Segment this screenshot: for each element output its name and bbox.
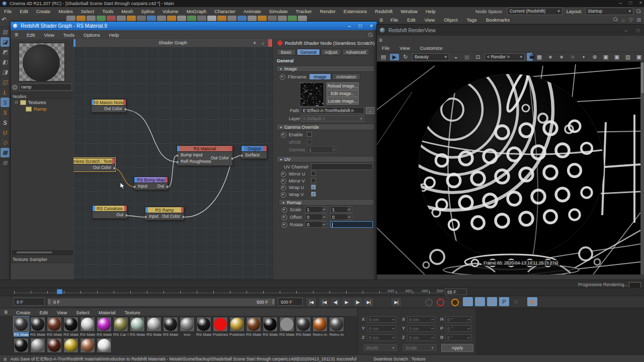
magnet-icon[interactable]: U bbox=[1, 128, 10, 137]
navigate-icon[interactable]: + bbox=[253, 39, 256, 47]
node-search-input[interactable]: ramp bbox=[19, 83, 72, 90]
frame-spinner[interactable]: 65 F bbox=[445, 289, 467, 295]
autokey-button[interactable] bbox=[451, 299, 459, 306]
rotate-focused-input[interactable] bbox=[330, 221, 373, 228]
crop-icon[interactable]: ⊡ bbox=[473, 54, 482, 60]
uv-section-bar[interactable]: ▼UV bbox=[276, 156, 375, 162]
enable-anim-dot[interactable] bbox=[281, 132, 286, 138]
port-input[interactable] bbox=[144, 215, 147, 219]
tab-advanced[interactable]: Advanced bbox=[342, 49, 369, 55]
material-thumb-rs-car-p[interactable]: RS Car P bbox=[113, 317, 128, 337]
coord-field[interactable]: 0 cm▴▾ bbox=[407, 316, 435, 323]
menu-file[interactable]: File bbox=[0, 9, 16, 14]
om-menu-object[interactable]: Object bbox=[439, 17, 462, 23]
scale-x-spinner[interactable]: 1▴▾ bbox=[305, 206, 327, 213]
pv-icon[interactable]: ▥ bbox=[623, 54, 632, 60]
apply-button[interactable]: Apply bbox=[441, 344, 473, 352]
material-thumb-untitled[interactable] bbox=[30, 338, 45, 353]
key-scale-toggle[interactable]: □ bbox=[475, 297, 485, 306]
offset-x-spinner[interactable]: 0▴▾ bbox=[305, 214, 327, 220]
hamburger-icon[interactable]: ≡ bbox=[11, 31, 22, 38]
node-bump-map[interactable]: RS Bump Map InputOut bbox=[134, 176, 168, 190]
om-menu-bookmarks[interactable]: Bookmarks bbox=[481, 17, 515, 23]
scale-y-spinner[interactable]: 1▴▾ bbox=[330, 206, 352, 213]
key-pla-toggle[interactable]: ∷ bbox=[511, 297, 521, 306]
menu-render[interactable]: Render bbox=[316, 9, 340, 14]
menu-simulate[interactable]: Simulate bbox=[265, 9, 292, 14]
shader-graph-titlebar[interactable]: Redshift Shader Graph - RS Material.9 – … bbox=[11, 22, 377, 30]
coord-field[interactable]: 0 cm▴▾ bbox=[367, 316, 396, 323]
sphere-white-icon[interactable]: S bbox=[1, 118, 10, 127]
material-thumb-retro-m[interactable]: Retro m bbox=[329, 317, 344, 337]
record-button[interactable] bbox=[437, 299, 444, 306]
goto-start-button[interactable]: |◀ bbox=[305, 297, 317, 307]
menu-edit[interactable]: Edit bbox=[16, 9, 32, 14]
om-search-icon[interactable] bbox=[613, 17, 618, 22]
menu-spline[interactable]: Spline bbox=[137, 9, 158, 14]
rv-maximize-button[interactable]: □ bbox=[636, 28, 639, 33]
material-thumb-untitled[interactable] bbox=[14, 338, 29, 353]
menu-help[interactable]: Help bbox=[422, 9, 440, 14]
add-box-icon[interactable]: ⊞ bbox=[637, 17, 641, 23]
om-menu-file[interactable]: File bbox=[386, 17, 403, 23]
material-thumb-untitled[interactable] bbox=[80, 338, 95, 353]
mat-menu-create[interactable]: Create bbox=[12, 310, 35, 315]
rv-menu-file[interactable]: File bbox=[377, 45, 394, 51]
wrap-v-checkbox[interactable]: ✓ bbox=[311, 192, 316, 197]
graph-canvas[interactable]: RS Maxon Noise Out Color Seamless Scratc… bbox=[73, 47, 272, 281]
node-output[interactable]: Output Surface bbox=[241, 145, 267, 159]
tab-basic[interactable]: Basic bbox=[277, 49, 296, 55]
menu-character[interactable]: Character bbox=[210, 9, 239, 14]
node-space-dropdown[interactable]: ▾Current (Redshift) bbox=[507, 8, 562, 15]
end-frame-spinner[interactable]: 500 F bbox=[278, 298, 303, 306]
tree-item-ramp[interactable]: Ramp bbox=[26, 106, 46, 112]
image-add-icon[interactable]: ▣ bbox=[612, 54, 621, 60]
mirror-u-checkbox[interactable] bbox=[311, 171, 316, 176]
menu-redshift[interactable]: Redshift bbox=[371, 9, 396, 14]
remap-section-bar[interactable]: ▼Remap bbox=[279, 199, 374, 206]
coord-field[interactable]: 0 cm▴▾ bbox=[407, 325, 435, 332]
path-input[interactable]: E:\Effect-A-Tron\Redshift n bbox=[301, 107, 364, 114]
menu-create[interactable]: Create bbox=[32, 9, 55, 14]
frame-range-slider[interactable]: 0 F 500 F bbox=[47, 298, 276, 307]
maximize-button[interactable]: □ bbox=[629, 0, 632, 6]
node-maxon-noise[interactable]: RS Maxon Noise Out Color bbox=[91, 99, 126, 113]
wrap-u-dot[interactable] bbox=[281, 185, 286, 191]
expander-icon[interactable]: ⊟ bbox=[15, 100, 18, 105]
search-icon[interactable] bbox=[636, 9, 641, 14]
timeline-scrubber[interactable] bbox=[57, 289, 62, 294]
port-input[interactable] bbox=[133, 185, 136, 189]
port-out[interactable] bbox=[125, 214, 128, 217]
key-rotation-toggle[interactable]: ○ bbox=[487, 297, 497, 306]
mat-menu-texture[interactable]: Texture bbox=[120, 310, 145, 315]
menu-modes[interactable]: Modes bbox=[54, 9, 77, 14]
hamburger-icon[interactable]: ≡ bbox=[0, 356, 10, 362]
mirror-v-dot[interactable] bbox=[281, 178, 286, 184]
coord-field[interactable]: 0 cm▴▾ bbox=[367, 334, 396, 341]
menu-window[interactable]: Window bbox=[396, 9, 422, 14]
sg-menu-help[interactable]: Help bbox=[105, 32, 124, 38]
layer-dropdown[interactable]: < Default >▾ bbox=[301, 115, 364, 122]
cube-plain-icon[interactable]: ◨ bbox=[1, 67, 10, 77]
coord-field[interactable]: 0 °▴▾ bbox=[445, 325, 471, 332]
pass-dropdown[interactable]: ▾Beauty bbox=[412, 53, 449, 61]
mat-menu-select[interactable]: Select bbox=[71, 310, 94, 315]
port-out-color[interactable] bbox=[182, 215, 185, 219]
snowflake6-icon[interactable]: ∗ bbox=[557, 54, 566, 60]
grid-dark-icon[interactable]: ▦ bbox=[1, 158, 10, 167]
menu-volume[interactable]: Volume bbox=[158, 9, 183, 14]
menu-tracker[interactable]: Tracker bbox=[292, 9, 316, 14]
copy-icon[interactable]: ▣ bbox=[634, 54, 643, 60]
refresh-icon[interactable]: ↻ bbox=[401, 54, 410, 60]
keyframe-selection-icon[interactable]: ▤ bbox=[527, 297, 537, 306]
sphere-orange-icon[interactable]: S bbox=[1, 108, 10, 117]
start-render-button[interactable]: ▶ bbox=[390, 54, 399, 60]
coord-field[interactable]: 0 °▴▾ bbox=[445, 316, 471, 323]
cube-checker-icon[interactable]: ◩ bbox=[1, 47, 10, 57]
coord-space-dropdown[interactable]: World▾ bbox=[364, 344, 397, 351]
offset-dot[interactable] bbox=[282, 215, 287, 220]
horizontal-scrollbar[interactable] bbox=[12, 250, 73, 255]
port-bump-input[interactable] bbox=[176, 154, 179, 157]
rotate-spinner[interactable]: 0▴▾ bbox=[305, 221, 327, 228]
sg-close-button[interactable]: × bbox=[370, 23, 373, 29]
